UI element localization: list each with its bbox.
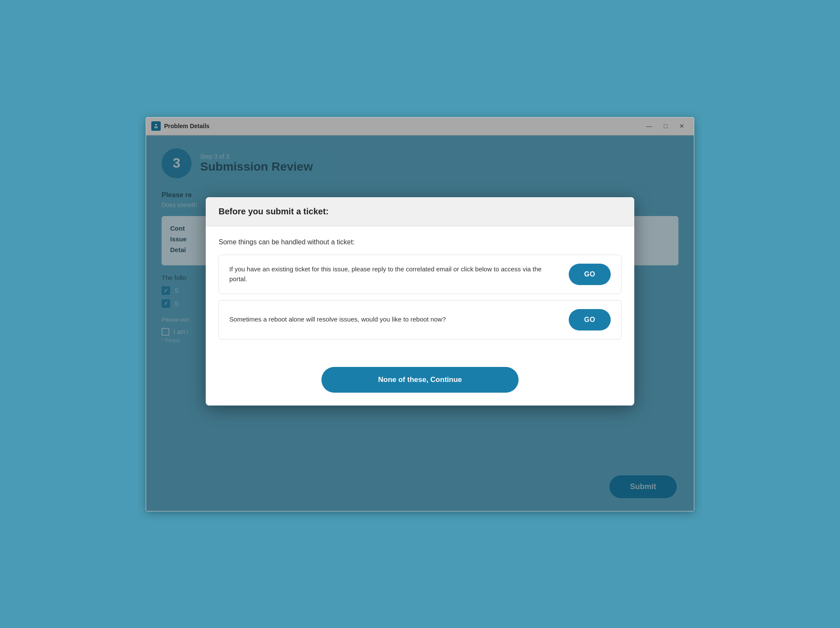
none-continue-button[interactable]: None of these, Continue <box>321 367 519 393</box>
modal-body: Some things can be handled without a tic… <box>206 226 634 358</box>
modal-intro-text: Some things can be handled without a tic… <box>219 238 621 246</box>
modal-title: Before you submit a ticket: <box>219 207 329 216</box>
modal-item-1: If you have an existing ticket for this … <box>219 255 621 294</box>
modal-item-2-text: Sometimes a reboot alone will resolve is… <box>229 315 560 325</box>
app-window: Problem Details — □ ✕ 3 Step 3 of 3 Subm… <box>146 117 694 511</box>
modal-overlay: Before you submit a ticket: Some things … <box>146 117 694 511</box>
modal-footer: None of these, Continue <box>206 358 634 406</box>
modal-header: Before you submit a ticket: <box>206 197 634 226</box>
go-button-2[interactable]: GO <box>569 309 611 331</box>
modal-item-2: Sometimes a reboot alone will resolve is… <box>219 300 621 340</box>
modal-item-1-text: If you have an existing ticket for this … <box>229 264 560 284</box>
go-button-1[interactable]: GO <box>569 264 611 285</box>
modal-dialog: Before you submit a ticket: Some things … <box>206 197 634 406</box>
